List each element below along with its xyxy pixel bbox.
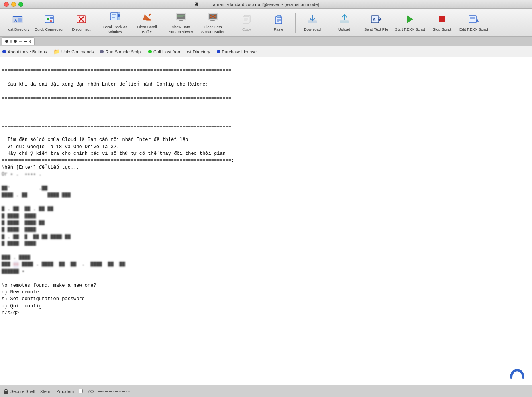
title-text: anran r‹dandard.zoc) root@server:~ [eval… <box>213 2 319 7</box>
terminal-content: ========================================… <box>2 61 530 324</box>
separator-2: ========================================… <box>2 96 231 101</box>
clear-data-label: Clear Data Stream Buffer <box>198 25 228 34</box>
toolbar-sep-4 <box>295 13 296 33</box>
start-rexx-button[interactable]: Start REXX Script <box>394 10 426 35</box>
svg-rect-15 <box>118 14 120 17</box>
quick-connection-icon <box>44 14 55 26</box>
svg-text:A: A <box>14 18 17 22</box>
host-directory-button[interactable]: A Host Directory <box>2 10 33 35</box>
blurred-line-12: ██████ ▪ <box>2 268 25 275</box>
status-bar: Secure Shell Xterm Zmodem ZO <box>0 385 532 397</box>
bookmark-run-sample[interactable]: Run Sample Script <box>100 49 142 54</box>
bookmark-dot-purchase <box>217 50 220 53</box>
separator-4: ========================================… <box>2 158 231 163</box>
host-directory-icon: A <box>12 14 23 26</box>
status-secure-shell-label: Secure Shell <box>10 389 35 394</box>
status-dots-group <box>98 391 130 392</box>
separator-1: ========================================… <box>2 68 231 73</box>
disconnect-button[interactable]: Disconnect <box>65 10 97 35</box>
status-secure-shell: Secure Shell <box>3 389 35 394</box>
toolbar-sep-1 <box>98 13 98 33</box>
minimize-button[interactable] <box>11 2 16 7</box>
status-xterm: Xterm <box>40 389 51 394</box>
edit-rexx-icon <box>468 14 479 26</box>
host-directory-label: Host Directory <box>6 27 29 31</box>
svg-rect-23 <box>177 14 185 19</box>
blurred-line-7: █ ████ ████ <box>2 227 36 233</box>
copy-label: Copy <box>242 27 251 31</box>
svg-rect-3 <box>18 18 22 22</box>
toolbar-sep-5 <box>393 13 393 33</box>
terminal-area[interactable]: ========================================… <box>0 57 532 385</box>
data-stream-button[interactable]: Show Data Stream Viewer <box>165 10 197 35</box>
blurred-line-4: █ . ██ ██ . ██ ██ <box>2 206 53 213</box>
upload-label: Upload <box>338 27 350 31</box>
terminal-enter-prompt: Nhấn [Enter] để tiếp tục... <box>2 165 79 170</box>
stop-script-icon <box>436 14 448 26</box>
bookmark-unix-commands[interactable]: 📁 Unix Commands <box>53 49 94 55</box>
svg-text:A: A <box>373 17 376 22</box>
clear-scroll-button[interactable]: Clear Scroll Buffer <box>131 10 163 35</box>
download-button[interactable]: Download <box>296 10 328 35</box>
disconnect-label: Disconnect <box>72 27 91 31</box>
edit-rexx-button[interactable]: Edit REXX Script <box>458 10 490 35</box>
copy-button[interactable]: Copy <box>231 10 263 35</box>
clear-scroll-icon <box>141 11 153 24</box>
close-button[interactable] <box>4 2 9 7</box>
status-zo: ZO <box>88 389 94 394</box>
svg-rect-1 <box>13 16 22 17</box>
scroll-back-icon <box>110 11 121 24</box>
terminal-line-3: Ví dụ: Google là 18 và One Drive là 32. <box>7 144 119 150</box>
terminal-line-1: Sau khi đã cài đặt xong Bạn nhấn Enter đ… <box>7 82 208 87</box>
svg-rect-46 <box>340 21 349 23</box>
blurred-line-2: ██' .██ <box>2 185 47 192</box>
terminal-line-4: Hãy chú ý kiểm tra cho chính xác vì số t… <box>7 151 225 156</box>
disconnect-icon <box>76 14 87 26</box>
blurred-line-1: Or ▪ . ▪▪▪▪ . <box>2 171 42 178</box>
svg-rect-58 <box>4 391 8 394</box>
tab-indicator-1 <box>5 40 8 43</box>
bookmark-purchase[interactable]: Purchase License <box>217 49 257 54</box>
svg-marker-51 <box>407 15 413 23</box>
start-rexx-label: Start REXX Script <box>395 27 425 31</box>
status-zmodem: Zmodem <box>57 389 74 394</box>
terminal-no-remotes: No remotes found, make a new one? <box>2 283 96 288</box>
stop-script-button[interactable]: Stop Script <box>426 10 458 35</box>
status-checkbox[interactable] <box>79 389 83 393</box>
upload-button[interactable]: Upload <box>328 10 360 35</box>
data-stream-label: Show Data Stream Viewer <box>166 25 196 34</box>
title-bar: 🖥 anran r‹dandard.zoc) root@server:~ [ev… <box>0 0 532 9</box>
blurred-line-3: ████ . ██ ████ ███ <box>2 192 71 199</box>
bookmark-about-buttons[interactable]: About these Buttons <box>2 49 47 54</box>
send-text-icon: A <box>371 14 382 26</box>
data-stream-icon <box>175 11 186 24</box>
toolbar-sep-2 <box>164 13 164 33</box>
bookmark-purchase-label: Purchase License <box>222 49 257 54</box>
terminal-set-config: s) Set configuration password <box>2 296 85 302</box>
edit-rexx-label: Edit REXX Script <box>459 27 488 31</box>
svg-point-5 <box>47 18 49 20</box>
download-icon <box>307 14 318 26</box>
paste-button[interactable]: Paste <box>263 10 294 35</box>
status-zmodem-label: Zmodem <box>57 389 74 394</box>
scroll-back-button[interactable]: Scroll Back as Window <box>99 10 131 35</box>
tab-number: 9 <box>29 39 31 44</box>
zmodem-checkbox[interactable] <box>79 389 83 393</box>
start-rexx-icon <box>404 14 416 26</box>
folder-icon: 📁 <box>53 49 60 55</box>
corner-logo <box>507 362 527 383</box>
status-zo-label: ZO <box>88 389 94 394</box>
quick-connection-button[interactable]: Quick Connection <box>33 10 65 35</box>
bookmark-about-label: About these Buttons <box>8 49 47 54</box>
scroll-back-label: Scroll Back as Window <box>100 25 130 34</box>
session-tab[interactable]: 9 <box>2 37 35 45</box>
bookmark-dot-sample <box>100 50 104 53</box>
bookmark-call-host[interactable]: Call Host from Host Directory <box>148 49 210 54</box>
maximize-button[interactable] <box>18 2 23 7</box>
blurred-line-8: █ . ██ █ ██ ██ ████ ██ <box>2 234 71 241</box>
clear-data-button[interactable]: Clear Data Stream Buffer <box>197 10 229 35</box>
send-text-button[interactable]: A Send Text File <box>360 10 392 35</box>
svg-rect-52 <box>439 16 445 22</box>
clear-scroll-label: Clear Scroll Buffer <box>132 25 162 34</box>
terminal-new-remote: n) New remote <box>2 289 39 295</box>
